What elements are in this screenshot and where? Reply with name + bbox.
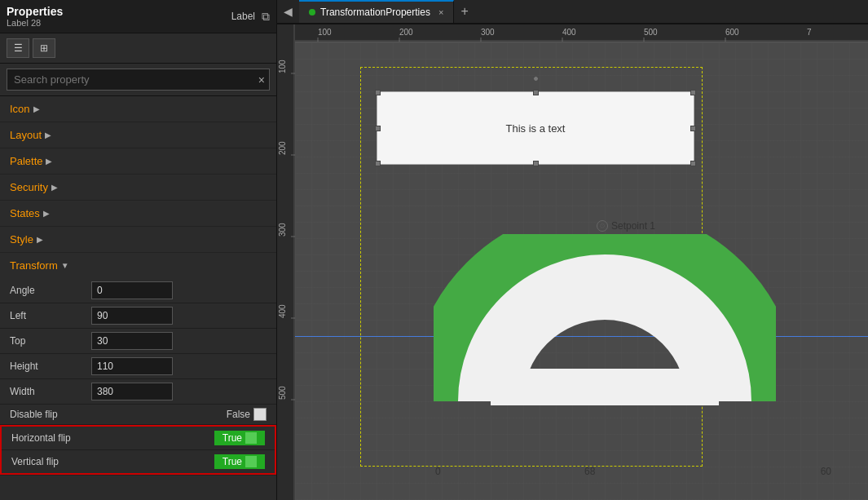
gauge-widget[interactable]: [434, 234, 776, 405]
angle-input[interactable]: [91, 281, 173, 299]
svg-text:500: 500: [278, 386, 287, 400]
disable-flip-label: Disable flip: [10, 409, 227, 420]
rotate-handle[interactable]: [533, 76, 539, 82]
disable-flip-checkbox[interactable]: [253, 408, 267, 421]
width-input[interactable]: [91, 383, 173, 400]
section-style-header[interactable]: Style ▶: [0, 227, 276, 252]
panel-subtitle: Label 28: [7, 18, 63, 28]
svg-text:7: 7: [807, 28, 812, 37]
axis-label-0: 0: [435, 466, 441, 477]
svg-text:200: 200: [399, 28, 413, 37]
section-transform-header[interactable]: Transform ▼: [0, 253, 276, 278]
header-left: Properties Label 28: [7, 5, 63, 28]
axis-label-60: 60: [821, 466, 831, 477]
top-input[interactable]: [91, 332, 173, 350]
prop-row-width: Width: [0, 379, 276, 405]
section-security-header[interactable]: Security ▶: [0, 175, 276, 200]
section-layout-label: Layout: [10, 129, 42, 141]
copy-icon[interactable]: ⧉: [262, 10, 270, 24]
axis-label-68: 68: [584, 466, 595, 477]
top-label: Top: [10, 335, 91, 347]
section-layout: Layout ▶: [0, 122, 276, 148]
svg-text:400: 400: [278, 304, 287, 318]
ruler-top-svg: 100 200 300 400 500 600 7: [277, 24, 868, 42]
height-label: Height: [10, 361, 91, 372]
section-states: States ▶: [0, 201, 276, 227]
section-security-arrow: ▶: [51, 183, 58, 192]
ruler-left: 100 200 300 400 500: [277, 24, 295, 500]
horizontal-flip-label: Horizontal flip: [11, 432, 214, 444]
canvas-area: 100 200 300 400 500 600 7 100: [277, 24, 868, 500]
setpoint-text: Setpoint 1: [611, 220, 655, 232]
canvas-content: This is a text ⚙ Setpoint 1: [295, 42, 868, 500]
search-clear-icon[interactable]: ×: [258, 73, 265, 86]
handle-bm[interactable]: [533, 161, 539, 166]
main-area: ◀ TransformationProperties × + 100 200 3…: [277, 0, 868, 500]
section-icon-header[interactable]: Icon ▶: [0, 96, 276, 122]
ruler-top: 100 200 300 400 500 600 7: [277, 24, 868, 42]
sidebar-header: Properties Label 28 Label ⧉: [0, 0, 276, 33]
section-states-arrow: ▶: [43, 209, 50, 218]
panel-title: Properties: [7, 5, 63, 18]
ruler-left-svg: 100 200 300 400 500: [277, 24, 295, 500]
section-icon: Icon ▶: [0, 96, 276, 122]
svg-text:100: 100: [318, 28, 332, 37]
svg-text:300: 300: [481, 28, 495, 37]
left-input[interactable]: [91, 307, 173, 325]
section-style: Style ▶: [0, 227, 276, 253]
section-states-header[interactable]: States ▶: [0, 201, 276, 226]
handle-mr[interactable]: [690, 126, 696, 131]
section-transform-arrow: ▼: [61, 261, 69, 270]
angle-label: Angle: [10, 285, 91, 296]
tab-nav-left[interactable]: ◀: [277, 0, 299, 23]
setpoint-label: ⚙ Setpoint 1: [597, 220, 655, 232]
axis-60-text: 60: [821, 466, 831, 477]
section-layout-header[interactable]: Layout ▶: [0, 122, 276, 148]
horizontal-flip-button[interactable]: True: [214, 431, 265, 445]
prop-row-angle: Angle: [0, 278, 276, 303]
search-input[interactable]: [7, 69, 270, 91]
section-palette-header[interactable]: Palette ▶: [0, 148, 276, 174]
left-label: Left: [10, 310, 91, 321]
svg-text:100: 100: [278, 60, 287, 73]
axis-68-text: 68: [584, 466, 595, 477]
section-states-label: States: [10, 207, 40, 219]
section-style-label: Style: [10, 233, 33, 246]
svg-rect-15: [277, 24, 295, 500]
section-palette-arrow: ▶: [46, 157, 52, 166]
property-list: Icon ▶ Layout ▶ Palette ▶ Security ▶: [0, 96, 276, 500]
transform-body: Angle Left Top Height: [0, 278, 276, 475]
toolbar-list-icon[interactable]: ☰: [7, 38, 29, 58]
prop-row-top: Top: [0, 329, 276, 354]
gauge-svg: [434, 234, 776, 405]
tab-close-icon[interactable]: ×: [438, 7, 443, 17]
svg-text:300: 300: [278, 223, 287, 237]
horizontal-flip-row-container: Horizontal flip True Vertical flip True: [0, 425, 276, 475]
disable-flip-toggle: False: [227, 408, 267, 421]
horizontal-flip-value: True: [223, 432, 242, 444]
section-style-arrow: ▶: [37, 235, 43, 244]
prop-row-horizontal-flip: Horizontal flip True: [2, 427, 275, 449]
handle-tl[interactable]: [375, 90, 381, 95]
handle-ml[interactable]: [375, 126, 381, 131]
handle-tm[interactable]: [533, 90, 539, 95]
vertical-flip-label: Vertical flip: [11, 456, 214, 467]
svg-text:200: 200: [278, 141, 287, 155]
height-input[interactable]: [91, 357, 173, 375]
vertical-flip-button[interactable]: True: [214, 454, 265, 469]
prop-row-disable-flip: Disable flip False: [0, 405, 276, 425]
tab-add-button[interactable]: +: [454, 4, 474, 19]
text-label-widget[interactable]: This is a text: [377, 91, 694, 165]
handle-br[interactable]: [690, 161, 696, 166]
sidebar-toolbar: ☰ ⊞: [0, 33, 276, 64]
section-security-label: Security: [10, 181, 48, 193]
tab-transformation-properties[interactable]: TransformationProperties ×: [299, 0, 454, 23]
toolbar-grid-icon[interactable]: ⊞: [33, 38, 55, 58]
handle-bl[interactable]: [375, 161, 381, 166]
width-label: Width: [10, 386, 91, 397]
setpoint-icon: ⚙: [597, 220, 608, 232]
properties-panel: Properties Label 28 Label ⧉ ☰ ⊞ × Icon ▶…: [0, 0, 277, 500]
section-transform-label: Transform: [10, 259, 58, 272]
handle-tr[interactable]: [690, 90, 696, 95]
axis-0-text: 0: [435, 466, 441, 477]
